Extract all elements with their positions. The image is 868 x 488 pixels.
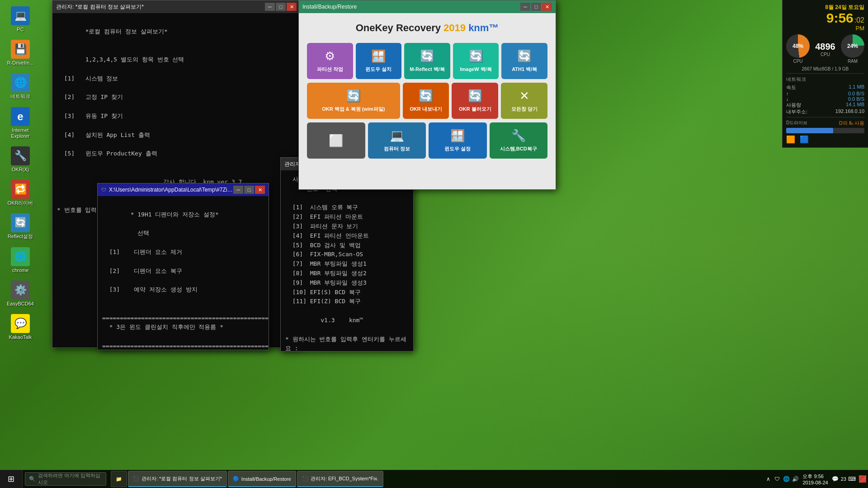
taskbar-app-cmd-main[interactable]: ⬛ 관리자: *로컬 컴퓨터 정보 살펴보기*	[128, 471, 227, 487]
desktop-icon-kakaotalk[interactable]: 💬 KakaoTalk	[5, 312, 36, 342]
okr-btn-export[interactable]: 🔄 OKR 내보내기	[403, 83, 449, 119]
system-monitor: 8월 24일 토요일 9:56 :02 PM 48% CPU 4896 CPU …	[782, 0, 868, 148]
net-ip-label: 내부주소:	[786, 108, 807, 115]
desktop-icon-okrx[interactable]: 🔧 OKR(X)	[5, 145, 36, 174]
desktop-icon-okriv[interactable]: 🔁 OKR리이버	[5, 178, 36, 208]
taskbar-app-okr[interactable]: 🔵 Install/Backup/Restore	[228, 471, 296, 487]
cpu-gauge-container: 48% CPU	[786, 34, 810, 64]
mreflect-icon: 🔄	[420, 49, 434, 63]
net-ip-row: 내부주소: 192.168.0.10	[786, 108, 864, 115]
okr-title-brand: knm™	[468, 22, 499, 33]
okr-btn-sysbcd[interactable]: 🔧 시스템,BCD복구	[490, 122, 548, 159]
taskbar-app-explorer[interactable]: 📁	[111, 471, 127, 487]
taskbar-app-efi[interactable]: ⬛ 관리자: EFI_BCD_System*Fix.	[297, 471, 383, 487]
tray-more-icon[interactable]: ⌨	[848, 475, 855, 483]
ie-label: Internet Explorer	[6, 127, 34, 139]
rdriveim-icon: 💾	[11, 40, 30, 59]
okr-btn-empty[interactable]: ⬜	[307, 122, 365, 159]
wininstall-label: 윈도우 설치	[365, 66, 392, 72]
net-usage-val: 14.1 MB	[846, 102, 864, 108]
backup-icon: 🔄	[346, 89, 361, 103]
wininstall-icon: 🪟	[371, 49, 386, 63]
cmd-label-1: 관리자: *로컬 컴퓨터 정보 살펴보기*	[142, 475, 222, 482]
pc-label: PC	[17, 27, 24, 33]
okr-btn-winsettings[interactable]: 🪟 윈도우 설정	[429, 122, 487, 159]
explorer-icon: 📁	[116, 476, 122, 482]
efi-label-tb: 관리자: EFI_BCD_System*Fix.	[311, 475, 378, 482]
cmd-main-minimize[interactable]: ─	[265, 3, 275, 11]
okr-close[interactable]: ✕	[542, 3, 552, 11]
tray-notification-icon[interactable]: 💬	[832, 475, 839, 483]
desktop-icon-network[interactable]: 🌐 네트워크	[5, 71, 36, 101]
cmd-main-title: 관리자: *로컬 컴퓨터 정보 살펴보기*	[56, 3, 265, 11]
cmd-defender-titlebar[interactable]: 🛡 X:\Users\Administrator\AppData\Local\T…	[98, 183, 269, 196]
reflect-label: Reflect설정	[8, 234, 33, 239]
okr-btn-backup[interactable]: 🔄 OKR 백업 & 복원 (wim파일)	[307, 83, 400, 119]
cmd-efi-body[interactable]: 사용해 주셔서 감사 합니다. 번호 선택 [1] 시스템 오류 복구 [2] …	[281, 170, 413, 351]
desktop-icon-chrome[interactable]: 🌐 chrome	[5, 245, 36, 275]
cmd-defender-minimize[interactable]: ─	[233, 186, 243, 194]
backup-label: OKR 백업 & 복원 (wim파일)	[322, 106, 385, 112]
cmd-main-maximize[interactable]: □	[276, 3, 286, 11]
net-download-val: 0.0 B/S	[848, 96, 864, 102]
rdriveim-label: R-DriveIm...	[7, 60, 34, 66]
tray-shield-icon[interactable]: 🛡	[774, 475, 781, 483]
okr-body: OneKey Recovery 2019 knm™ ⚙ 파티션 작업 🪟 윈도우…	[299, 13, 556, 189]
okr-titlebar[interactable]: Install/Backup/Restore ─ □ ✕	[299, 0, 556, 13]
okr-btn-mreflect[interactable]: 🔄 M-Reflect 백/복	[404, 43, 450, 79]
disk-section: D드라이브 D의 Ⅱ₀ 사용 🟧 🟦	[786, 117, 864, 144]
okr-minimize[interactable]: ─	[520, 3, 530, 11]
desktop-icon-ie[interactable]: e Internet Explorer	[5, 105, 36, 141]
sysmon-period: PM	[786, 25, 864, 32]
import-icon: 🔄	[468, 89, 482, 103]
cmd-defender-body[interactable]: * 19H1 디펜더와 저장소 설정* 선택 [1] 디펜더 요소 제거 [2]…	[98, 196, 269, 350]
okr-row2: 🔄 OKR 백업 & 복원 (wim파일) 🔄 OKR 내보내기 🔄 OKR 불…	[303, 83, 551, 119]
tray-network-icon[interactable]: 🌐	[783, 475, 790, 483]
tray-up-arrow[interactable]: ∧	[764, 475, 772, 483]
imagew-label: ImageW 백/복	[460, 66, 491, 72]
net-speed-val: 1.1 MB	[849, 84, 864, 91]
cmd-icon-1: ⬛	[133, 476, 139, 482]
okr-title-year: 2019	[443, 22, 468, 33]
cmd-defender-close[interactable]: ✕	[255, 186, 265, 194]
sysbcd-label: 시스템,BCD복구	[500, 145, 537, 152]
okrx-label: OKR(X)	[12, 167, 29, 173]
okr-btn-ath1[interactable]: 🔄 ATH1 백/복	[501, 43, 547, 79]
cpu-pct: 48%	[793, 43, 803, 49]
taskbar-search[interactable]: 🔍 검색하려면 여기에 입력하십시오	[25, 472, 106, 486]
okr-btn-pcinfo[interactable]: 💻 컴퓨터 정보	[368, 122, 426, 159]
ath1-label: ATH1 백/복	[512, 66, 537, 72]
sysbcd-icon: 🔧	[511, 129, 526, 143]
desktop-icon-reflect[interactable]: 🔄 Reflect설정	[5, 211, 36, 241]
desktop-icon-easybcd[interactable]: ⚙️ EasyBCD64	[5, 279, 36, 309]
net-title: 네트워크	[786, 76, 864, 83]
okr-btn-closeall[interactable]: ✕ 모든창 닫기	[501, 83, 547, 119]
imagew-icon: 🔄	[469, 49, 483, 63]
okr-btn-import[interactable]: 🔄 OKR 불러오기	[452, 83, 498, 119]
efi-icon-tb: ⬛	[302, 476, 308, 482]
closeall-icon: ✕	[519, 89, 529, 103]
start-button[interactable]: ⊞	[0, 470, 23, 488]
search-placeholder: 검색하려면 여기에 입력하십시오	[38, 472, 102, 486]
desktop-icon-area: 💻 PC 💾 R-DriveIm... 🌐 네트워크 e Internet Ex…	[5, 5, 36, 342]
disk-legend: 🟧 🟦	[786, 135, 864, 144]
partition-icon: ⚙	[325, 49, 335, 63]
okr-maximize[interactable]: □	[531, 3, 541, 11]
okr-title-main: OneKey Recovery	[356, 22, 443, 33]
okr-btn-partition[interactable]: ⚙ 파티션 작업	[307, 43, 353, 79]
taskbar-apps: 📁 ⬛ 관리자: *로컬 컴퓨터 정보 살펴보기* 🔵 Install/Back…	[108, 471, 763, 487]
okrx-icon: 🔧	[11, 146, 30, 165]
ram-gauge: 24%	[841, 34, 864, 58]
okr-icon-tb: 🔵	[233, 476, 239, 482]
desktop-icon-rdriveim[interactable]: 💾 R-DriveIm...	[5, 38, 36, 68]
okriv-label: OKR리이버	[8, 200, 33, 206]
okr-btn-wininstall[interactable]: 🪟 윈도우 설치	[356, 43, 402, 79]
tray-speaker-icon[interactable]: 🔊	[792, 475, 799, 483]
okr-btn-imagew[interactable]: 🔄 ImageW 백/복	[453, 43, 499, 79]
cmd-main-titlebar[interactable]: 관리자: *로컬 컴퓨터 정보 살펴보기* ─ □ ✕	[52, 0, 300, 13]
net-usage-row: 사용량 14.1 MB	[786, 102, 864, 108]
cmd-main-close[interactable]: ✕	[287, 3, 297, 11]
closeall-label: 모든창 닫기	[511, 106, 538, 112]
desktop-icon-pc[interactable]: 💻 PC	[5, 5, 36, 34]
cmd-defender-maximize[interactable]: □	[244, 186, 254, 194]
